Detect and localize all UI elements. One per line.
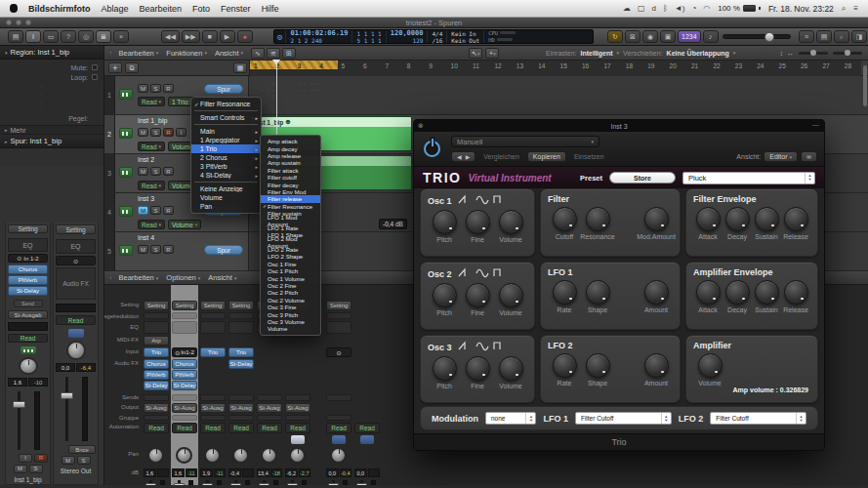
horizontal-zoom-slider[interactable] [799,52,828,55]
toolbar-button[interactable]: ▭ [43,30,59,43]
submenu-item-lfo-1-mod-amount[interactable]: LFO 1 Mod Amount [261,217,320,224]
submenu-item-filter-resonance[interactable]: ✓Filter Resonance [261,203,320,210]
automation-mode-button[interactable]: Read [285,423,310,433]
context-menu-item-3-pltverb[interactable]: 3 PltVerb▸ [191,162,261,171]
count-in-button[interactable]: 1234 [678,30,701,43]
paste-button[interactable]: Einsetzen [569,151,609,162]
ruler-tick-13[interactable]: 13 [517,62,523,69]
midi-fx-slot[interactable]: Arp [144,336,169,346]
automation-mode-button[interactable]: Read [172,423,197,433]
group-slot[interactable] [228,415,254,421]
submenu-item-osc-3-pitch[interactable]: Osc 3 Pitch [261,310,320,317]
audio-fx-slot-chorus[interactable]: Chorus [172,359,197,369]
add-track-button[interactable]: + [108,62,122,73]
automation-mode-button[interactable]: Read [144,423,169,433]
context-menu-item-filter-resonance[interactable]: ✓Filter Resonance [191,100,261,108]
mute-checkbox[interactable] [92,64,98,70]
input-slot[interactable]: Trio [228,347,254,357]
creative-cloud-icon[interactable]: ☁ [623,4,631,13]
header-tool-icon-1[interactable]: ∿ [251,48,265,59]
knob-control[interactable] [499,356,523,381]
submenu-item-lfo-2-shape[interactable]: LFO 2 Shape [261,253,320,260]
ruler-tick-24[interactable]: 24 [757,62,764,69]
mixer-menu-bearbeiten[interactable]: Bearbeiten▾ [119,273,159,282]
setting-button[interactable]: Setting [8,224,48,233]
group-slot[interactable] [257,415,282,421]
volume-fader[interactable] [8,389,48,451]
sends-slot[interactable] [172,394,197,401]
submenu-item-filter-decay[interactable]: Filter decay [261,181,320,187]
context-menu-item-pan[interactable]: Pan [191,202,261,211]
fader-cap[interactable] [356,483,367,485]
submenu-item-lfo-2-mod-amount[interactable]: LFO 2 Mod Amount [261,238,320,245]
ruler-tick-10[interactable]: 10 [451,62,458,69]
track-inspector-header[interactable]: ▸ Spur: Inst 1_bip [0,135,103,148]
sends-slot[interactable] [228,394,254,401]
automation-mode-button[interactable]: Read▾ [138,142,165,151]
fader-cap[interactable] [259,483,269,485]
fader-cap[interactable] [328,483,339,485]
automation-mode-button[interactable]: Read▾ [138,220,165,229]
audio-fx-area[interactable]: Audio FX [56,267,96,300]
setting-button[interactable]: Setting [144,301,169,310]
setting-button[interactable]: Setting [172,301,197,310]
group-slot[interactable] [326,415,351,421]
command-tool-selector[interactable]: +▾ [485,48,499,59]
browsers-button[interactable]: ◨ [851,30,867,43]
mute-button[interactable]: M [138,206,148,215]
menubar-item-foto[interactable]: Foto [192,4,210,14]
record-button[interactable]: R [163,167,174,176]
smart-controls-button[interactable]: ◎ [78,30,94,43]
autopunch-button[interactable]: ⊠ [625,30,641,43]
ruler-tick-16[interactable]: 16 [582,62,589,69]
eq-slot[interactable] [144,321,169,334]
mixer-strip-7[interactable]: Setting⊙Read0,0-0,4 [325,285,352,485]
submenu-item-amp-sustain[interactable]: Amp sustain [261,159,320,166]
region-inspector-header[interactable]: ▾ Region: Inst 1_bip [0,46,103,60]
stop-button[interactable]: ■ [202,30,218,43]
ruler-tick-21[interactable]: 21 [691,62,698,69]
automation-mode-button[interactable]: Read [200,423,226,433]
submenu-item-filter-cutoff[interactable]: Filter cutoff [261,174,320,181]
zoom-icon-2[interactable]: ↔ [787,50,794,57]
automation-mode-button[interactable]: Read [326,423,351,433]
pan-knob[interactable] [261,447,277,464]
fader-cap[interactable] [174,483,185,485]
record-button[interactable]: R [163,206,174,215]
mixer-strip-4[interactable]: SettingTrioSt-DelaySt-AusgRead-0,4 [227,285,255,485]
volume-icon[interactable]: ◄) [675,4,685,13]
knob-control[interactable] [499,283,523,307]
audio-fx-slot-chorus[interactable]: Chorus [8,264,48,274]
knob-control[interactable] [644,353,669,378]
setting-button[interactable]: Setting [326,301,351,310]
eq-slot[interactable] [228,321,254,334]
lfo2-target-selector[interactable]: Filter Cutoff ▲▼ [710,412,806,425]
sine-wave-icon[interactable] [475,267,489,280]
input-slot[interactable]: Trio [200,347,226,357]
submenu-item-osc-1-pitch[interactable]: Osc 1 Pitch [261,267,320,274]
submenu-item-amp-attack[interactable]: Amp attack [261,138,320,144]
group-slot[interactable] [172,415,197,421]
track-grid-button[interactable]: ▦ [233,62,247,73]
header-tool-icon-2[interactable]: ≋ [267,48,280,59]
mixer-strip-3[interactable]: SettingTrioSt-AusgRead1,9-11 [199,285,227,485]
context-menu-item-volume[interactable]: Volume [191,193,261,202]
context-menu-item-2-chorus[interactable]: 2 Chorus▸ [191,153,261,162]
zoom-icon-1[interactable]: ↕ [780,50,784,57]
sends-slot[interactable] [285,394,310,401]
pan-knob[interactable] [66,341,86,360]
volume-fader[interactable] [201,480,225,485]
audio-fx-slot-pltverb[interactable]: PltVerb [8,275,48,285]
sine-wave-icon[interactable] [475,341,489,353]
editors-button[interactable]: × [113,30,129,43]
cycle-button[interactable]: ↻ [607,30,623,43]
knob-control[interactable] [725,207,750,231]
group-slot[interactable] [200,415,226,421]
bounce-button[interactable]: Bnce [68,445,96,454]
output-slot[interactable]: St-Ausgab [8,310,48,319]
loop-browser-button[interactable]: ⌕ [834,30,849,43]
time-machine-icon[interactable]: ◔ [691,4,696,13]
knob-control[interactable] [698,353,723,378]
ruler-tick-28[interactable]: 28 [845,62,851,69]
ruler-tick-15[interactable]: 15 [560,62,567,69]
